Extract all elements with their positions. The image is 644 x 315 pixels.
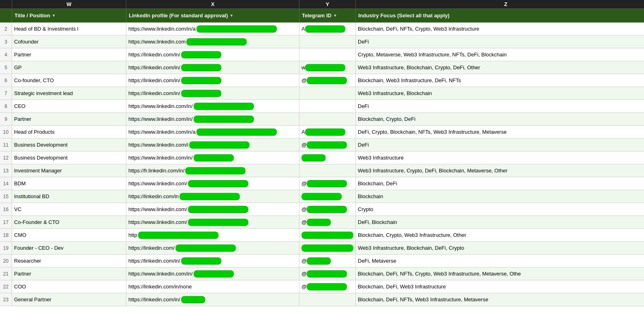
cell-industry: DeFi, Metaverse — [356, 255, 644, 267]
row-number: 22 — [0, 280, 12, 293]
linkedin-redacted-blob — [189, 141, 250, 149]
telegram-char: @ — [301, 219, 307, 225]
header-label-y: Telegram ID — [302, 12, 331, 19]
cell-linkedin: https://www.linkedin.com/ — [126, 216, 299, 228]
telegram-char: @ — [301, 258, 307, 264]
linkedin-url-text: https://www.linkedin.com/in/a — [128, 129, 196, 135]
filter-icon-y[interactable]: ▼ — [333, 13, 337, 18]
linkedin-redacted-blob — [188, 206, 248, 213]
row-number: 19 — [0, 242, 12, 254]
header-telegram[interactable]: Telegram ID ▼ — [299, 9, 356, 22]
linkedin-redacted-blob — [196, 25, 277, 33]
table-row: 19Founder - CEO - Devhttps://linkedin.co… — [0, 242, 644, 255]
header-industry[interactable]: Industry Focus (Select all that apply) — [356, 9, 644, 22]
column-header-row: W X Y Z — [0, 0, 644, 9]
col-header-w: W — [12, 0, 126, 8]
cell-telegram: @ — [299, 203, 356, 216]
telegram-char: @ — [301, 142, 307, 148]
row-number: 4 — [0, 48, 12, 61]
telegram-char: A — [301, 129, 305, 135]
table-row: 3Cofounderhttps://www.linkedin.comDeFi — [0, 35, 644, 48]
table-row: 20Researcherhttps://linkedin.com/in/@DeF… — [0, 255, 644, 267]
cell-industry: Web3 Infrastructure, Blockchain — [356, 87, 644, 99]
linkedin-redacted-blob — [138, 232, 219, 239]
cell-title: VC — [12, 203, 126, 216]
filter-icon-x[interactable]: ▼ — [229, 13, 233, 18]
telegram-char: w — [301, 64, 305, 70]
cell-telegram — [299, 151, 356, 164]
cell-telegram — [299, 87, 356, 99]
table-row: 22COOhttps://linkedin.com/in/none@Blockc… — [0, 280, 644, 293]
cell-industry: Blockchain — [356, 190, 644, 203]
row-number: 7 — [0, 87, 12, 99]
row-num-spacer — [0, 0, 12, 8]
filter-icon-w[interactable]: ▼ — [52, 13, 56, 18]
row-number: 6 — [0, 74, 12, 87]
linkedin-redacted-blob — [181, 296, 205, 303]
field-header-rownum — [0, 9, 12, 22]
telegram-char: @ — [301, 284, 307, 290]
cell-linkedin: http — [126, 229, 299, 241]
linkedin-url-text: https://www.linkedin.com/in/ — [128, 271, 193, 277]
col-header-z: Z — [356, 0, 644, 8]
linkedin-redacted-blob — [186, 38, 247, 46]
cell-industry: Blockchain, Crypto, DeFi — [356, 113, 644, 125]
linkedin-url-text: https://linkedin.com/in/ — [128, 77, 180, 83]
cell-title: COO — [12, 280, 126, 293]
cell-title: Partner — [12, 267, 126, 280]
cell-title: Head of BD & Investments l — [12, 23, 126, 35]
cell-industry: Blockchain, DeFi, NFTs, Web3 Infrastruct… — [356, 293, 644, 306]
telegram-redacted-blob — [301, 154, 326, 162]
cell-linkedin: https://www.linkedin.com/ — [126, 203, 299, 216]
col-header-y: Y — [299, 0, 356, 8]
cell-title: BDM — [12, 177, 126, 190]
cell-telegram: @ — [299, 267, 356, 280]
table-row: 13Investment Managerhttps://fr.linkedin.… — [0, 164, 644, 177]
telegram-redacted-blob — [307, 77, 347, 84]
row-number: 17 — [0, 216, 12, 228]
row-number: 10 — [0, 126, 12, 138]
linkedin-redacted-blob — [181, 64, 221, 71]
linkedin-url-text: https://linkedin.com/in/ — [128, 64, 180, 70]
cell-title: Strategic investment lead — [12, 87, 126, 99]
linkedin-url-text: https://www.linkedin.com — [128, 39, 186, 45]
cell-title: Researcher — [12, 255, 126, 267]
linkedin-url-text: https://linkedin.com/in/ — [128, 258, 180, 264]
cell-industry: DeFi — [356, 100, 644, 112]
row-number: 15 — [0, 190, 12, 203]
table-row: 21Partnerhttps://www.linkedin.com/in/@Bl… — [0, 267, 644, 280]
cell-telegram — [299, 190, 356, 203]
cell-industry: Crypto, Metaverse, Web3 Infrastructure, … — [356, 48, 644, 61]
telegram-redacted-blob — [307, 180, 347, 187]
cell-title: Founder - CEO - Dev — [12, 242, 126, 254]
table-row: 18CMOhttpBlockchain, Crypto, Web3 Infras… — [0, 229, 644, 242]
cell-linkedin: https://linkedin.com/in — [126, 190, 299, 203]
linkedin-redacted-blob — [196, 128, 277, 136]
telegram-char: A — [301, 26, 305, 32]
table-row: 10Head of Productshttps://www.linkedin.c… — [0, 126, 644, 139]
cell-industry: DeFi, Blockchain — [356, 216, 644, 228]
header-linkedin[interactable]: LinkedIn profile (For standard approval)… — [126, 9, 299, 22]
row-number: 8 — [0, 100, 12, 112]
linkedin-redacted-blob — [181, 257, 221, 265]
row-number: 23 — [0, 293, 12, 306]
data-rows: 2Head of BD & Investments lhttps://www.l… — [0, 23, 644, 306]
cell-telegram: @ — [299, 280, 356, 293]
cell-title: Institutional BD — [12, 190, 126, 203]
telegram-char: @ — [301, 206, 307, 212]
cell-industry: Web3 Infrastructure — [356, 151, 644, 164]
table-row: 7Strategic investment leadhttps://linked… — [0, 87, 644, 100]
cell-title: Head of Products — [12, 126, 126, 138]
linkedin-redacted-blob — [194, 103, 254, 110]
linkedin-url-text: https://fr.linkedin.com/in/ — [128, 168, 184, 174]
telegram-char: @ — [301, 180, 307, 187]
row-number: 5 — [0, 61, 12, 74]
cell-telegram: @ — [299, 177, 356, 190]
cell-linkedin: https://linkedin.com/in/none — [126, 280, 299, 293]
header-title-position[interactable]: Title / Position ▼ — [12, 9, 126, 22]
table-row: 9Partnerhttps://www.linkedin.com/in/Bloc… — [0, 113, 644, 126]
cell-title: Investment Manager — [12, 164, 126, 177]
telegram-redacted-blob — [307, 257, 331, 265]
linkedin-url-text: https://linkedin.com/in/none — [128, 284, 192, 290]
linkedin-url-text: https://linkedin.com/in — [128, 193, 179, 199]
